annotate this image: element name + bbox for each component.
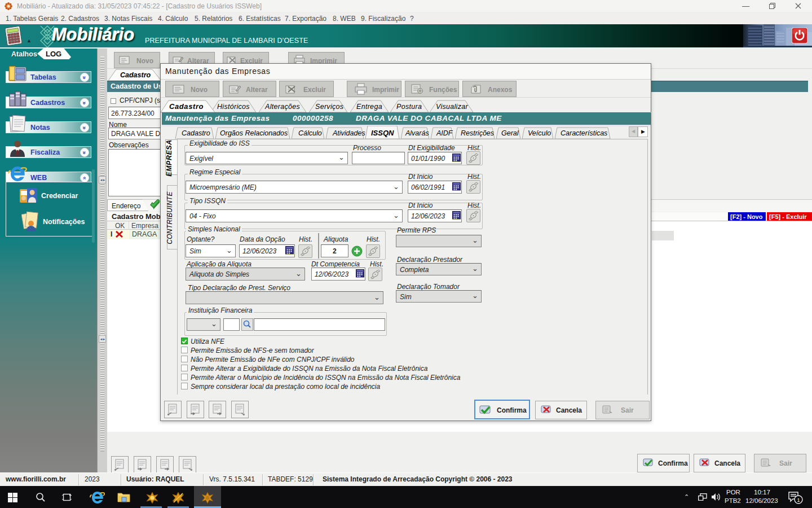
svg-text:1: 1 [797,497,800,503]
